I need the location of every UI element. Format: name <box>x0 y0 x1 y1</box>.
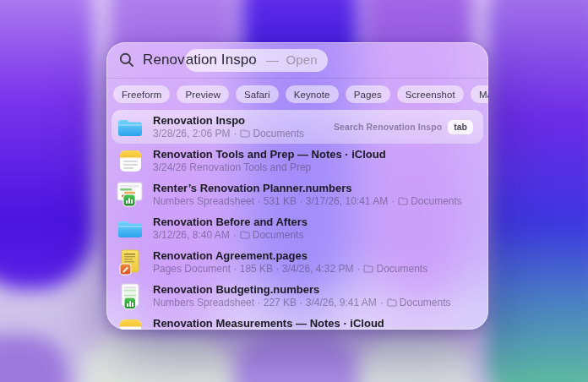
results-list: Renovation Inspo3/28/26, 2:06 PM· Docume… <box>112 110 483 330</box>
tab-key-badge: tab <box>448 120 473 134</box>
filter-chip-safari[interactable]: Safari <box>236 85 279 103</box>
result-row[interactable]: Renter’s Renovation Planner.numbersNumbe… <box>112 177 483 211</box>
wallpaper-capsule <box>83 335 231 382</box>
result-title: Renovation Before and Afters <box>153 216 476 228</box>
result-meta-text: Numbers Spreadsheet · 531 KB · 3/17/26, … <box>153 195 388 207</box>
result-row[interactable]: Renovation Inspo3/28/26, 2:06 PM· Docume… <box>112 110 483 144</box>
search-hint-label: Search Renovation Inspo <box>334 122 442 132</box>
result-icon <box>117 316 144 330</box>
spotlight-panel: Renovation Inspo— Open FreeformPreviewSa… <box>106 42 488 330</box>
result-text: Renovation Budgeting.numbersNumbers Spre… <box>153 283 476 308</box>
result-title: Renovation Measurements — Notes · iCloud <box>153 317 476 330</box>
result-row[interactable]: Renovation Tools and Prep — Notes · iClo… <box>112 144 483 177</box>
wallpaper-capsule <box>237 335 357 382</box>
result-icon <box>117 282 144 309</box>
search-typed-text: Renov <box>143 52 185 68</box>
result-text: Renovation Measurements — Notes · iCloud <box>153 317 476 330</box>
result-row[interactable]: Renovation Before and Afters3/12/26, 8:4… <box>112 211 483 245</box>
result-title: Renovation Budgeting.numbers <box>153 283 476 296</box>
notes-icon <box>119 319 142 330</box>
result-meta-text: 3/28/26, 2:06 PM <box>153 128 230 139</box>
result-meta: Numbers Spreadsheet · 531 KB · 3/17/26, … <box>153 195 476 207</box>
result-location: Documents <box>240 229 304 241</box>
result-icon <box>117 113 144 140</box>
result-meta-text: Pages Document · 185 KB · 3/4/26, 4:32 P… <box>153 263 353 275</box>
filter-chip-keynote[interactable]: Keynote <box>286 85 339 103</box>
result-title: Renovation Tools and Prep — Notes · iClo… <box>153 148 476 161</box>
wallpaper-capsule <box>360 335 471 382</box>
filter-chip-freeform[interactable]: Freeform <box>113 85 170 103</box>
result-location: Documents <box>398 195 462 207</box>
result-icon <box>117 248 144 276</box>
search-action-hint: — Open <box>266 52 318 67</box>
location-folder-icon <box>398 197 408 205</box>
filter-chip-mail[interactable]: Mail <box>471 85 488 103</box>
magnifier-icon <box>119 52 134 68</box>
result-row[interactable]: Renovation Budgeting.numbersNumbers Spre… <box>112 279 483 313</box>
result-title: Renovation Inspo <box>153 114 324 127</box>
result-text: Renovation Agreement.pagesPages Document… <box>153 249 476 275</box>
result-icon <box>117 147 144 174</box>
result-location: Documents <box>387 297 451 308</box>
desktop: Renovation Inspo— Open FreeformPreviewSa… <box>0 0 588 382</box>
location-folder-icon <box>363 265 373 273</box>
numbers-file-icon <box>119 283 141 309</box>
result-meta: Numbers Spreadsheet · 227 KB · 3/4/26, 9… <box>153 297 476 308</box>
result-text: Renovation Inspo3/28/26, 2:06 PM· Docume… <box>153 114 324 139</box>
result-row[interactable]: Renovation Measurements — Notes · iCloud <box>112 313 483 330</box>
result-text: Renter’s Renovation Planner.numbersNumbe… <box>153 182 476 207</box>
location-folder-icon <box>387 298 397 307</box>
search-completion-text: ation Inspo <box>186 52 257 68</box>
meta-separator: · <box>380 297 384 308</box>
filter-chip-row: FreeformPreviewSafariKeynotePagesScreens… <box>106 79 488 110</box>
meta-separator: · <box>233 229 237 241</box>
location-folder-icon <box>240 129 250 138</box>
result-meta: Pages Document · 185 KB · 3/4/26, 4:32 P… <box>153 263 476 275</box>
result-location-label: Documents <box>253 128 304 139</box>
result-meta-text: Numbers Spreadsheet · 227 KB · 3/4/26, 9… <box>153 297 377 308</box>
result-location: Documents <box>363 263 427 275</box>
numbers-file-icon <box>117 182 144 207</box>
filter-chip-preview[interactable]: Preview <box>177 85 229 103</box>
location-folder-icon <box>240 231 250 239</box>
notes-icon <box>119 150 142 172</box>
result-meta-text: 3/24/26 Renovation Tools and Prep <box>153 161 311 173</box>
autocomplete-pill: ation Inspo— Open <box>185 49 328 72</box>
wallpaper-capsule <box>0 0 95 289</box>
result-location-label: Documents <box>400 297 451 308</box>
blue-folder-icon <box>117 117 143 137</box>
spotlight-search-field[interactable]: Renovation Inspo— Open <box>106 42 488 78</box>
result-meta-text: 3/12/26, 8:40 AM <box>153 229 230 241</box>
meta-separator: · <box>391 195 395 207</box>
meta-separator: · <box>357 263 360 275</box>
result-meta: 3/28/26, 2:06 PM· Documents <box>153 128 324 139</box>
meta-separator: · <box>233 128 237 139</box>
filter-chip-screenshot[interactable]: Screenshot <box>397 85 464 103</box>
result-icon <box>117 215 144 242</box>
result-location-label: Documents <box>411 195 462 207</box>
result-location: Documents <box>240 128 304 139</box>
result-text: Renovation Before and Afters3/12/26, 8:4… <box>153 216 476 241</box>
result-meta: 3/24/26 Renovation Tools and Prep <box>153 161 476 173</box>
pages-file-icon <box>119 249 141 276</box>
result-meta: 3/12/26, 8:40 AM· Documents <box>153 229 476 241</box>
result-location-label: Documents <box>253 229 304 241</box>
filter-chip-pages[interactable]: Pages <box>346 85 390 103</box>
result-shortcut-hint: Search Renovation Inspotab <box>334 120 476 134</box>
result-row[interactable]: Renovation Agreement.pagesPages Document… <box>112 245 483 279</box>
search-query: Renovation Inspo— Open <box>143 49 328 72</box>
result-text: Renovation Tools and Prep — Notes · iClo… <box>153 148 476 173</box>
blue-folder-icon <box>117 219 143 238</box>
result-title: Renter’s Renovation Planner.numbers <box>153 182 476 194</box>
result-icon <box>117 181 144 208</box>
wallpaper-capsule <box>487 0 588 382</box>
result-location-label: Documents <box>376 263 427 275</box>
result-title: Renovation Agreement.pages <box>153 249 476 262</box>
